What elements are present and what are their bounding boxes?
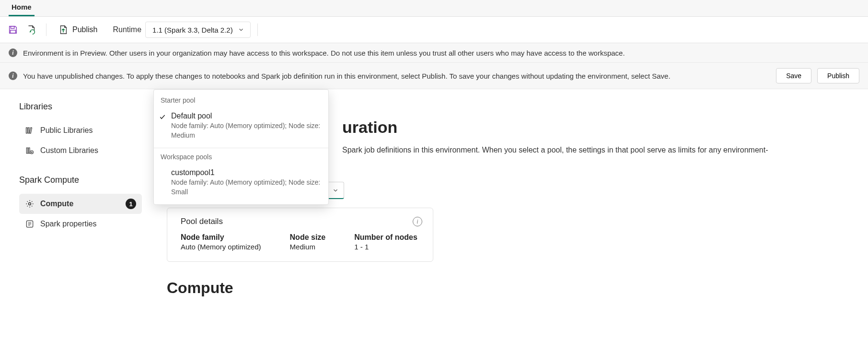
list-icon: [25, 219, 35, 229]
svg-rect-0: [11, 26, 14, 29]
main-content: Starter pool Default pool Node family: A…: [153, 89, 868, 353]
info-icon[interactable]: i: [413, 217, 422, 226]
toolbar-separator-2: [257, 24, 258, 36]
check-icon: [159, 113, 166, 121]
pool-dropdown: Starter pool Default pool Node family: A…: [153, 89, 329, 205]
toolbar-separator-1: [46, 24, 46, 36]
document-refresh-icon: [26, 24, 36, 35]
publish-button-label: Publish: [72, 25, 97, 34]
floppy-disk-icon: [8, 24, 18, 35]
svg-point-8: [29, 203, 31, 205]
chevron-down-icon: [332, 187, 339, 194]
svg-rect-6: [29, 148, 30, 153]
unpublished-banner: i You have unpublished changes. To apply…: [0, 63, 868, 89]
banner-save-button[interactable]: Save: [776, 68, 811, 83]
sidebar-group-spark-compute: Spark Compute: [19, 175, 142, 185]
preview-banner: i Environment is in Preview. Other users…: [0, 43, 868, 63]
pool-details-card: Pool details i Node family Auto (Memory …: [167, 208, 433, 262]
tab-home[interactable]: Home: [9, 0, 35, 16]
pool-details-title: Pool details: [181, 217, 223, 226]
sidebar: Libraries Public Libraries Custom Librar…: [0, 89, 153, 353]
num-nodes-value: 1 - 1: [354, 243, 417, 251]
sidebar-item-compute[interactable]: Compute 1: [19, 194, 142, 214]
dropdown-option-custompool1[interactable]: custompool1 Node family: Auto (Memory op…: [154, 165, 328, 201]
runtime-select[interactable]: 1.1 (Spark 3.3, Delta 2.2): [145, 22, 251, 38]
sidebar-item-public-libraries[interactable]: Public Libraries: [19, 120, 142, 141]
node-family-label: Node family: [181, 233, 261, 242]
dropdown-group-starter: Starter pool: [154, 94, 328, 108]
page-title: uration: [342, 118, 855, 137]
banner-publish-button[interactable]: Publish: [817, 68, 859, 83]
sidebar-item-label: Custom Libraries: [40, 146, 98, 155]
sidebar-item-spark-properties[interactable]: Spark properties: [19, 214, 142, 234]
dropdown-option-name: Default pool: [171, 112, 322, 120]
dropdown-group-workspace: Workspace pools: [154, 151, 328, 165]
sidebar-item-label: Public Libraries: [40, 126, 93, 135]
chevron-down-icon: [238, 26, 244, 33]
dropdown-option-detail: Node family: Auto (Memory optimized); No…: [171, 178, 322, 197]
info-icon: i: [9, 71, 17, 80]
toolbar: Publish Runtime 1.1 (Spark 3.3, Delta 2.…: [0, 16, 868, 43]
node-size-value: Medium: [290, 243, 326, 251]
sidebar-item-custom-libraries[interactable]: Custom Libraries: [19, 141, 142, 161]
save-icon-button[interactable]: [5, 22, 21, 38]
dropdown-option-detail: Node family: Auto (Memory optimized); No…: [171, 121, 322, 140]
unpublished-banner-text: You have unpublished changes. To apply t…: [23, 72, 671, 80]
num-nodes-label: Number of nodes: [354, 233, 417, 242]
svg-rect-5: [26, 148, 28, 153]
dropdown-option-name: custompool1: [171, 168, 322, 177]
svg-rect-2: [26, 128, 28, 133]
svg-rect-1: [11, 30, 16, 33]
dropdown-separator: [154, 148, 328, 148]
main-body: Libraries Public Libraries Custom Librar…: [0, 89, 868, 353]
sidebar-item-label: Spark properties: [40, 220, 96, 228]
node-size-label: Node size: [290, 233, 326, 242]
publish-icon: [58, 24, 69, 35]
runtime-label: Runtime: [113, 25, 141, 34]
sidebar-group-libraries: Libraries: [19, 102, 142, 112]
info-icon: i: [9, 48, 17, 57]
svg-rect-3: [28, 128, 30, 133]
dropdown-option-default-pool[interactable]: Default pool Node family: Auto (Memory o…: [154, 108, 328, 145]
page-description: Spark job definitions in this environmen…: [342, 144, 855, 156]
node-family-value: Auto (Memory optimized): [181, 243, 261, 251]
compute-badge: 1: [126, 199, 136, 209]
preview-banner-text: Environment is in Preview. Other users i…: [23, 49, 625, 57]
sidebar-item-label: Compute: [40, 200, 73, 208]
compute-heading: Compute: [167, 279, 855, 297]
gear-icon: [25, 199, 35, 209]
public-libraries-icon: [25, 126, 35, 135]
runtime-select-value: 1.1 (Spark 3.3, Delta 2.2): [152, 26, 233, 34]
custom-libraries-icon: [25, 146, 35, 155]
top-tab-bar: Home: [0, 0, 868, 16]
publish-button[interactable]: Publish: [53, 22, 102, 38]
svg-rect-4: [30, 128, 32, 133]
refresh-document-icon-button[interactable]: [23, 22, 39, 38]
